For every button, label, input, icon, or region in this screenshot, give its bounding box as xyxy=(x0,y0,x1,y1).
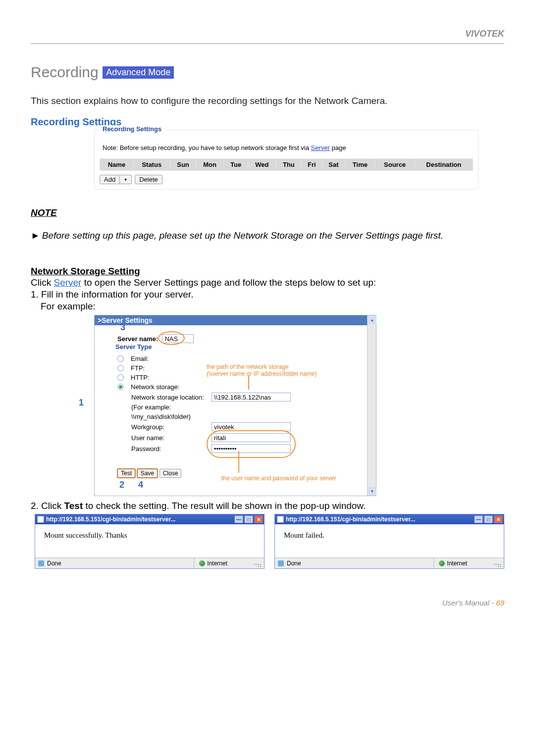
close-icon[interactable]: ✕ xyxy=(494,515,503,523)
ns-instruction: Click Server to open the Server Settings… xyxy=(31,277,504,289)
eg-value: \\my_nas\disk\folder) xyxy=(131,413,208,420)
ns-post: to open the Server Settings page and fol… xyxy=(81,277,376,288)
password-label: Password: xyxy=(131,445,208,453)
col-sat: Sat xyxy=(322,159,345,171)
workgroup-label: Workgroup: xyxy=(131,423,208,431)
ann-path-2: (\\server name or IP address\folder name… xyxy=(207,370,317,377)
step1-sub: For example: xyxy=(41,301,504,312)
step2-post: to check the setting. The result will be… xyxy=(83,501,366,511)
server-name-label: Server name: xyxy=(117,335,158,343)
resize-grip-icon[interactable] xyxy=(254,560,261,567)
footer: User's Manual - 69 xyxy=(31,599,504,607)
delete-button[interactable]: Delete xyxy=(135,175,162,184)
server-type-legend: Server Type xyxy=(113,343,154,351)
section-title: Recording xyxy=(31,64,99,80)
status-done-2: Done xyxy=(287,560,301,567)
popup-success: http://192.168.5.151/cgi-bin/admin/tests… xyxy=(35,514,265,569)
ann-user-1: the user name and password of your serve… xyxy=(221,475,336,482)
close-button[interactable]: Close xyxy=(160,469,182,478)
opt-ns: Network storage: xyxy=(131,383,179,391)
step2: 2. Click Test to check the setting. The … xyxy=(31,500,504,512)
callout-line-user xyxy=(238,451,239,473)
header-divider xyxy=(31,43,504,44)
chevron-down-icon: ▾ xyxy=(124,177,127,182)
recording-settings-panel: Recording Settings Note: Before setup re… xyxy=(94,130,479,190)
status-zone-2: Internet xyxy=(447,560,467,567)
callout-2: 2 xyxy=(119,480,124,490)
server-settings-screenshot: ▴ ▾ >Server Settings 1 3 Server name: Se… xyxy=(94,315,376,496)
popup-title: http://192.168.5.151/cgi-bin/admin/tests… xyxy=(46,516,233,523)
recording-note-suffix: page xyxy=(330,144,346,151)
callout-line-path xyxy=(248,376,249,390)
recording-settings-legend: Recording Settings xyxy=(100,125,164,133)
popup-title-2: http://192.168.5.151/cgi-bin/admin/tests… xyxy=(286,516,473,523)
done-icon xyxy=(278,560,284,566)
recording-note-prefix: Note: Before setup recording, you have t… xyxy=(103,144,311,151)
col-thu: Thu xyxy=(276,159,302,171)
network-storage-heading: Network Storage Setting xyxy=(31,266,504,277)
note-body: Before setting up this page, please set … xyxy=(31,230,504,241)
maximize-icon[interactable]: □ xyxy=(484,515,493,523)
col-fri: Fri xyxy=(302,159,322,171)
footer-label: User's Manual - xyxy=(442,599,496,607)
callout-1: 1 xyxy=(79,398,84,408)
username-label: User name: xyxy=(131,434,208,442)
ie-page-icon xyxy=(37,516,44,523)
opt-http: HTTP: xyxy=(131,374,150,381)
radio-network-storage[interactable] xyxy=(117,384,124,390)
ns-location-label: Network storage location: xyxy=(131,394,208,401)
add-dropdown[interactable]: ▾ xyxy=(120,175,132,184)
col-source: Source xyxy=(375,159,415,171)
col-status: Status xyxy=(133,159,170,171)
status-done: Done xyxy=(47,560,61,567)
col-time: Time xyxy=(345,159,375,171)
recording-note: Note: Before setup recording, you have t… xyxy=(100,135,473,158)
minimize-icon[interactable]: — xyxy=(234,515,243,523)
internet-icon xyxy=(439,560,445,566)
ann-path-1: the path of the network storage xyxy=(207,363,317,370)
highlight-oval-userpass xyxy=(207,430,296,458)
callout-4: 4 xyxy=(138,480,143,490)
brand-name: VIVOTEK xyxy=(31,25,504,43)
eg-label: (For example: xyxy=(131,403,208,411)
col-destination: Destination xyxy=(415,159,473,171)
callout-3: 3 xyxy=(120,322,125,333)
maximize-icon[interactable]: □ xyxy=(244,515,253,523)
add-button[interactable]: Add xyxy=(100,175,120,184)
radio-http[interactable] xyxy=(117,374,124,381)
resize-grip-icon[interactable] xyxy=(494,560,501,567)
opt-ftp: FTP: xyxy=(131,364,145,372)
ie-page-icon xyxy=(277,516,284,523)
step2-pre: 2. Click xyxy=(31,501,64,511)
minimize-icon[interactable]: — xyxy=(474,515,483,523)
popup-fail-body: Mount failed. xyxy=(275,524,504,557)
close-icon[interactable]: ✕ xyxy=(254,515,263,523)
server-link-2[interactable]: Server xyxy=(54,277,81,288)
server-link[interactable]: Server xyxy=(311,144,330,151)
note-heading: NOTE xyxy=(31,207,504,218)
step1: 1. Fill in the information for your serv… xyxy=(31,289,504,301)
ns-location-input[interactable] xyxy=(212,393,291,402)
col-sun: Sun xyxy=(170,159,196,171)
recording-table: Name Status Sun Mon Tue Wed Thu Fri Sat … xyxy=(100,158,473,171)
radio-email[interactable] xyxy=(117,355,124,362)
mode-badge: Advanced Mode xyxy=(103,66,174,79)
scroll-up-icon[interactable]: ▴ xyxy=(368,315,376,324)
intro-text: This section explains how to configure t… xyxy=(31,96,504,106)
popup-fail: http://192.168.5.151/cgi-bin/admin/tests… xyxy=(274,514,504,569)
server-settings-header: >Server Settings xyxy=(95,315,367,325)
radio-ftp[interactable] xyxy=(117,365,124,371)
server-type-fieldset: Server Type Email: FTP: the path of the … xyxy=(109,348,360,461)
opt-email: Email: xyxy=(131,355,149,362)
done-icon xyxy=(38,560,44,566)
col-name: Name xyxy=(100,159,134,171)
status-zone: Internet xyxy=(207,560,227,567)
col-wed: Wed xyxy=(248,159,276,171)
internet-icon xyxy=(199,560,205,566)
step2-bold: Test xyxy=(64,501,83,511)
footer-page: 69 xyxy=(496,599,504,607)
save-button[interactable]: Save xyxy=(137,469,158,478)
popup-success-body: Mount successfully. Thanks xyxy=(35,524,264,557)
col-mon: Mon xyxy=(196,159,224,171)
test-button[interactable]: Test xyxy=(117,469,135,478)
